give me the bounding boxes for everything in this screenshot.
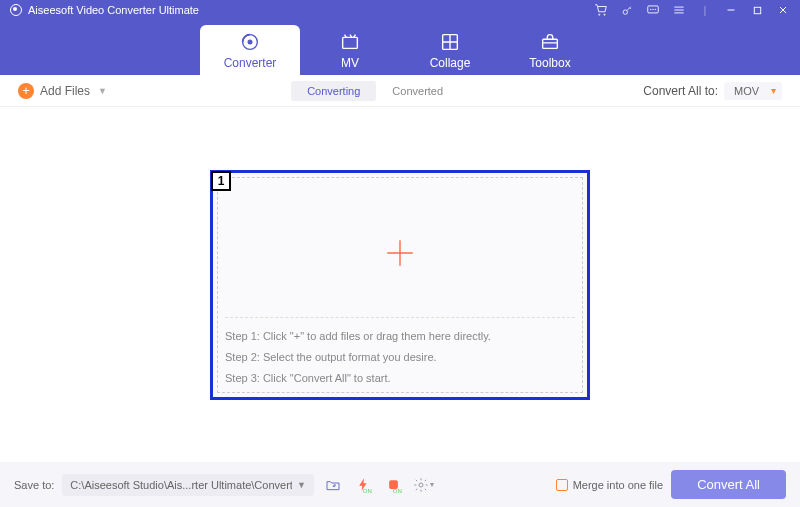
mv-icon [339,31,361,53]
checkbox-icon [556,479,568,491]
close-button[interactable] [776,3,790,17]
save-path-field[interactable]: ▼ [62,474,314,496]
main-area: 1 Step 1: Click "+" to add files or drag… [0,107,800,462]
segment-converting[interactable]: Converting [291,81,376,101]
cart-icon[interactable] [594,3,608,17]
feedback-icon[interactable] [646,3,660,17]
tab-toolbox[interactable]: Toolbox [500,25,600,75]
add-plus-icon[interactable] [213,203,587,303]
key-icon[interactable] [620,3,634,17]
header-nav: Converter MV Collage Toolbox [0,20,800,75]
minimize-button[interactable] [724,3,738,17]
tab-collage[interactable]: Collage [400,25,500,75]
gpu-accel-2-button[interactable]: ON [382,474,404,496]
svg-point-9 [248,40,252,44]
add-files-button[interactable]: + Add Files ▼ [18,83,107,99]
app-title: Aiseesoft Video Converter Ultimate [28,4,199,16]
settings-button[interactable]: ▾ [412,474,434,496]
svg-point-6 [655,9,656,10]
add-files-label: Add Files [40,84,90,98]
plus-icon: + [18,83,34,99]
app-logo-icon [10,4,22,16]
instructions: Step 1: Click "+" to add files or drag t… [225,317,575,389]
format-select[interactable]: MOV [724,82,782,100]
svg-point-2 [623,9,627,13]
save-path-input[interactable] [70,479,292,491]
step-3: Step 3: Click "Convert All" to start. [225,368,575,389]
titlebar: Aiseesoft Video Converter Ultimate | [0,0,800,20]
svg-point-4 [650,9,651,10]
svg-point-1 [604,14,605,15]
annotation-number: 1 [211,171,231,191]
drop-zone[interactable]: 1 Step 1: Click "+" to add files or drag… [210,170,590,400]
tab-converter[interactable]: Converter [200,25,300,75]
footer: Save to: ▼ ON ON ▾ Merge into one file C… [0,462,800,507]
svg-point-14 [419,483,423,487]
merge-checkbox[interactable]: Merge into one file [556,479,664,491]
divider: | [698,3,712,17]
convert-all-button[interactable]: Convert All [671,470,786,499]
toolbox-icon [539,31,561,53]
path-dropdown[interactable]: ▼ [292,480,310,490]
toolbar: + Add Files ▼ Converting Converted Conve… [0,75,800,107]
tab-label: Converter [224,56,277,70]
collage-icon [439,31,461,53]
svg-point-5 [653,9,654,10]
save-to-label: Save to: [14,479,54,491]
converter-icon [239,31,261,53]
chevron-down-icon: ▼ [98,86,107,96]
tab-mv[interactable]: MV [300,25,400,75]
convert-all-to-label: Convert All to: [643,84,718,98]
tab-label: MV [341,56,359,70]
gpu-accel-1-button[interactable]: ON [352,474,374,496]
menu-icon[interactable] [672,3,686,17]
svg-rect-10 [343,37,358,48]
svg-rect-7 [754,7,760,13]
step-1: Step 1: Click "+" to add files or drag t… [225,326,575,347]
svg-rect-12 [543,39,558,48]
step-2: Step 2: Select the output format you des… [225,347,575,368]
maximize-button[interactable] [750,3,764,17]
segment-converted[interactable]: Converted [376,81,459,101]
open-folder-button[interactable] [322,474,344,496]
tab-label: Toolbox [529,56,570,70]
svg-point-0 [599,14,600,15]
tab-label: Collage [430,56,471,70]
merge-label: Merge into one file [573,479,664,491]
